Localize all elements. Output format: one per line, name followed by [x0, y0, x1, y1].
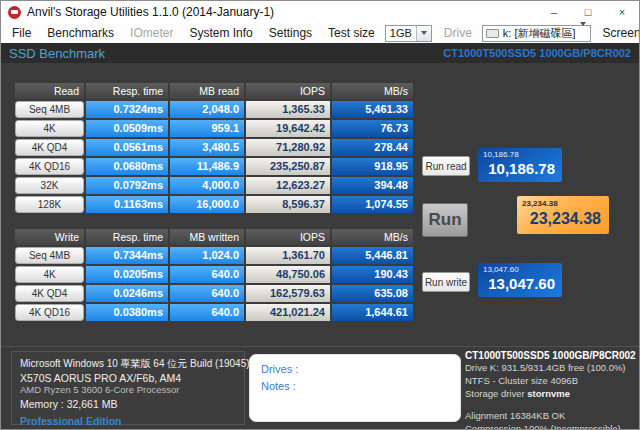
- write-test-button[interactable]: 4K QD4: [15, 285, 84, 302]
- resp-time-value: 0.0561ms: [86, 139, 168, 156]
- device-name: CT1000T500SSD5 1000GB/P8CR002: [443, 47, 631, 59]
- run-button[interactable]: Run: [422, 203, 468, 237]
- menu-benchmarks[interactable]: Benchmarks: [40, 26, 121, 40]
- write-score-box: 13,047.60 13,047.60: [478, 263, 562, 297]
- read-test-button[interactable]: 4K: [15, 120, 84, 137]
- menu-system-info[interactable]: System Info: [182, 26, 259, 40]
- maximize-icon[interactable]: □: [571, 1, 605, 23]
- drive-icon: [486, 29, 499, 38]
- drive-select[interactable]: k: [新增磁碟區]: [482, 25, 591, 42]
- mbs-value: 5,461.33: [332, 101, 413, 118]
- minimize-icon[interactable]: –: [537, 1, 571, 23]
- resp-time-value: 0.0205ms: [86, 266, 168, 283]
- write-test-button[interactable]: 4K: [15, 266, 84, 283]
- mbs-value: 1,074.55: [332, 196, 413, 213]
- disk-filesystem: NTFS - Cluster size 4096B: [465, 374, 640, 387]
- mb-read-header-cell: MB read: [170, 83, 244, 99]
- os-version: Microsoft Windows 10 專業版 64 位元 Build (19…: [20, 357, 236, 371]
- disk-driver: Storage driver stornvme: [465, 387, 640, 400]
- total-score-value: 23,234.38: [517, 208, 609, 228]
- anvil-icon: [11, 10, 18, 14]
- resp-time-header-cell: Resp. time: [86, 83, 168, 99]
- resp-time-value: 0.7344ms: [86, 247, 168, 264]
- memory-size: Memory : 32,661 MB: [20, 398, 236, 410]
- mb-written-value: 1,024.0: [170, 247, 244, 264]
- menu-file[interactable]: File: [5, 26, 38, 40]
- mb-read-value: 4,000.0: [170, 177, 244, 194]
- resp-time-value: 0.0246ms: [86, 285, 168, 302]
- menu-settings[interactable]: Settings: [262, 26, 319, 40]
- disk-capacity: Drive K: 931.5/931.4GB free (100.0%): [465, 361, 640, 374]
- mb-read-value: 16,000.0: [170, 196, 244, 213]
- write-header-cell: Write: [15, 229, 84, 245]
- mbs-header-cell: MB/s: [332, 83, 413, 99]
- read-test-button[interactable]: 32K: [15, 177, 84, 194]
- mb-written-header-cell: MB written: [170, 229, 244, 245]
- write-score-value: 13,047.60: [478, 274, 562, 292]
- resp-time-value: 0.0680ms: [86, 158, 168, 175]
- iops-value: 421,021.24: [246, 304, 330, 321]
- edition-label: Professional Edition: [20, 415, 236, 427]
- motherboard: X570S AORUS PRO AX/F6b, AM4: [20, 372, 236, 384]
- disk-driver-prefix: Storage driver: [465, 388, 527, 399]
- read-header-cell: Read: [15, 83, 84, 99]
- write-test-button[interactable]: Seq 4MB: [15, 247, 84, 264]
- test-size-label: Test size: [321, 26, 382, 40]
- benchmark-header: SSD Benchmark CT1000T500SSD5 1000GB/P8CR…: [1, 43, 639, 63]
- iops-value: 48,750.06: [246, 266, 330, 283]
- resp-time-value: 0.1163ms: [86, 196, 168, 213]
- footer: Microsoft Windows 10 專業版 64 位元 Build (19…: [1, 346, 639, 429]
- app-icon: [8, 6, 21, 19]
- test-size-dropdown-button[interactable]: [416, 26, 431, 41]
- menu-screenshot[interactable]: Screenshot: [596, 26, 640, 40]
- read-test-button[interactable]: 128K: [15, 196, 84, 213]
- mb-written-value: 640.0: [170, 285, 244, 302]
- mb-written-value: 640.0: [170, 304, 244, 321]
- read-table: Read Resp. time MB read IOPS MB/s Seq 4M…: [15, 83, 413, 213]
- read-test-button[interactable]: Seq 4MB: [15, 101, 84, 118]
- window-title: Anvil's Storage Utilities 1.1.0 (2014-Ja…: [27, 5, 274, 19]
- write-test-button[interactable]: 4K QD16: [15, 304, 84, 321]
- title-bar: Anvil's Storage Utilities 1.1.0 (2014-Ja…: [1, 1, 639, 23]
- drive-value: k: [新增磁碟區]: [499, 26, 580, 41]
- resp-time-value: 0.0380ms: [86, 304, 168, 321]
- mbs-header-cell: MB/s: [332, 229, 413, 245]
- read-test-button[interactable]: 4K QD4: [15, 139, 84, 156]
- disk-info-panel: CT1000T500SSD5 1000GB/P8CR002 Drive K: 9…: [465, 350, 640, 430]
- mb-read-value: 3,480.5: [170, 139, 244, 156]
- spacer: [465, 400, 640, 409]
- mbs-value: 635.08: [332, 285, 413, 302]
- disk-compression: Compression 100% (Incompressible): [465, 422, 640, 430]
- mbs-value: 5,446.81: [332, 247, 413, 264]
- iops-value: 235,250.87: [246, 158, 330, 175]
- read-test-button[interactable]: 4K QD16: [15, 158, 84, 175]
- disk-model: CT1000T500SSD5 1000GB/P8CR002: [465, 350, 640, 361]
- notes-label: Notes :: [261, 378, 449, 395]
- resp-time-header-cell: Resp. time: [86, 229, 168, 245]
- mb-read-value: 11,486.9: [170, 158, 244, 175]
- window-controls: – □ ×: [537, 1, 639, 23]
- read-score-small: 10,186.78: [478, 148, 562, 159]
- close-icon[interactable]: ×: [605, 1, 639, 23]
- write-score-small: 13,047.60: [478, 263, 562, 274]
- test-size-value: 1GB: [386, 27, 416, 39]
- test-size-select[interactable]: 1GB: [385, 25, 432, 42]
- menu-iometer: IOmeter: [123, 26, 180, 40]
- mb-written-value: 640.0: [170, 266, 244, 283]
- drives-notes-box[interactable]: Drives : Notes :: [249, 354, 461, 422]
- run-read-button[interactable]: Run read: [422, 156, 470, 176]
- write-table: Write Resp. time MB written IOPS MB/s Se…: [15, 229, 413, 321]
- run-write-button[interactable]: Run write: [422, 272, 470, 292]
- total-score-small: 23,234.38: [517, 196, 609, 208]
- drive-dropdown-button[interactable]: [580, 26, 590, 40]
- iops-value: 12,623.27: [246, 177, 330, 194]
- chevron-down-icon: [580, 22, 586, 40]
- mbs-value: 918.95: [332, 158, 413, 175]
- main-area: Read Resp. time MB read IOPS MB/s Seq 4M…: [1, 63, 639, 346]
- mbs-value: 76.73: [332, 120, 413, 137]
- mb-read-value: 2,048.0: [170, 101, 244, 118]
- resp-time-value: 0.0509ms: [86, 120, 168, 137]
- system-info-panel: Microsoft Windows 10 專業版 64 位元 Build (19…: [11, 351, 245, 425]
- iops-value: 8,596.37: [246, 196, 330, 213]
- disk-driver-name: stornvme: [527, 388, 570, 399]
